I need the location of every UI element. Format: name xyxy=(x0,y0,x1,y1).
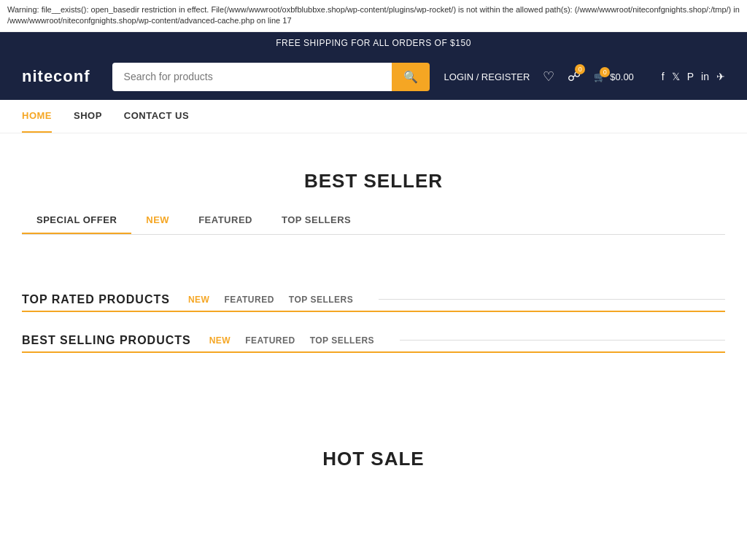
warning-text: Warning: file__exists(): open_basedir re… xyxy=(7,5,740,25)
hot-sale-title: HOT SALE xyxy=(22,448,725,470)
cart-badge: 0 xyxy=(600,67,610,77)
best-selling-section: BEST SELLING PRODUCTS NEW FEATURED TOP S… xyxy=(22,334,725,353)
best-selling-content xyxy=(22,375,725,419)
best-selling-tab-featured[interactable]: FEATURED xyxy=(241,335,298,346)
tab-featured[interactable]: FEATURED xyxy=(184,207,267,234)
facebook-icon[interactable]: f xyxy=(662,71,665,82)
login-register-link[interactable]: LOGIN / REGISTER xyxy=(444,71,530,82)
telegram-icon[interactable]: ✈ xyxy=(716,71,725,82)
main-nav: HOME SHOP CONTACT US xyxy=(0,100,747,133)
best-selling-header: BEST SELLING PRODUCTS NEW FEATURED TOP S… xyxy=(22,334,725,347)
social-icons: f 𝕏 P in ✈ xyxy=(662,71,725,82)
top-rated-divider xyxy=(379,299,725,300)
top-rated-tab-new[interactable]: NEW xyxy=(185,295,214,305)
top-rated-underline xyxy=(22,311,725,312)
top-rated-tab-top-sellers[interactable]: TOP SELLERS xyxy=(285,295,357,305)
warning-bar: Warning: file__exists(): open_basedir re… xyxy=(0,0,747,32)
nav-contact[interactable]: CONTACT US xyxy=(124,100,189,133)
top-rated-tabs: NEW FEATURED TOP SELLERS xyxy=(185,295,357,305)
cart-amount: $0.00 xyxy=(610,71,634,82)
best-selling-tabs: NEW FEATURED TOP SELLERS xyxy=(206,335,378,346)
tab-new[interactable]: NEW xyxy=(131,207,184,234)
main-content: BEST SELLER SPECIAL OFFER NEW FEATURED T… xyxy=(0,133,747,499)
tab-special-offer[interactable]: SPECIAL OFFER xyxy=(22,207,131,234)
shipping-bar: FREE SHIPPING FOR ALL ORDERS OF $150 xyxy=(0,32,747,54)
nav-shop[interactable]: SHOP xyxy=(74,100,102,133)
cart-icon: 🛒 0 xyxy=(594,71,605,82)
top-rated-header: TOP RATED PRODUCTS NEW FEATURED TOP SELL… xyxy=(22,293,725,306)
best-selling-tab-new[interactable]: NEW xyxy=(206,335,235,346)
best-seller-tabs: SPECIAL OFFER NEW FEATURED TOP SELLERS xyxy=(22,207,725,235)
best-selling-underline xyxy=(22,351,725,353)
search-button[interactable]: 🔍 xyxy=(392,63,430,91)
compare-button[interactable]: ☍ 0 xyxy=(568,69,581,85)
search-icon: 🔍 xyxy=(403,71,418,83)
site-logo[interactable]: niteconf xyxy=(22,67,90,86)
top-rated-section: TOP RATED PRODUCTS NEW FEATURED TOP SELL… xyxy=(22,293,725,312)
heart-icon: ♡ xyxy=(543,69,554,84)
top-rated-tab-featured[interactable]: FEATURED xyxy=(220,295,277,305)
cart-button[interactable]: 🛒 0 $0.00 xyxy=(594,71,634,82)
top-rated-label: TOP RATED PRODUCTS xyxy=(22,293,170,306)
wishlist-button[interactable]: ♡ xyxy=(543,69,554,85)
site-header: niteconf 🔍 LOGIN / REGISTER ♡ ☍ 0 🛒 0 $0… xyxy=(0,54,747,100)
best-seller-title: BEST SELLER xyxy=(22,170,725,192)
header-actions: LOGIN / REGISTER ♡ ☍ 0 🛒 0 $0.00 f 𝕏 P i… xyxy=(444,69,725,85)
best-seller-content xyxy=(22,242,725,271)
compare-badge: 0 xyxy=(575,64,585,74)
tab-top-sellers[interactable]: TOP SELLERS xyxy=(267,207,365,234)
best-selling-label: BEST SELLING PRODUCTS xyxy=(22,334,191,347)
linkedin-icon[interactable]: in xyxy=(701,71,709,82)
twitter-icon[interactable]: 𝕏 xyxy=(672,71,680,82)
pinterest-icon[interactable]: P xyxy=(687,71,694,82)
shipping-text: FREE SHIPPING FOR ALL ORDERS OF $150 xyxy=(276,38,471,48)
search-bar: 🔍 xyxy=(112,63,430,91)
nav-home[interactable]: HOME xyxy=(22,100,52,133)
best-selling-tab-top-sellers[interactable]: TOP SELLERS xyxy=(306,335,378,346)
search-input[interactable] xyxy=(112,63,392,91)
best-selling-divider xyxy=(400,340,725,341)
